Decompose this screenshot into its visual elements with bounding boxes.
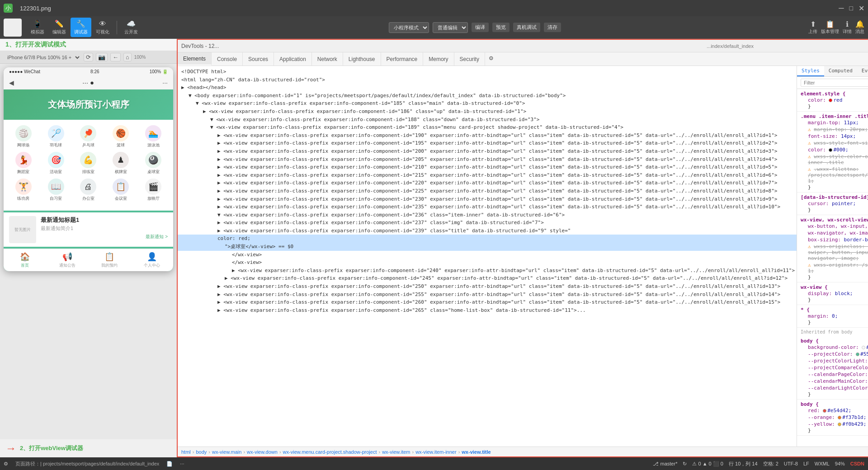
device-select[interactable]: iPhone 6/7/8 Plus 100% 16 + — [4, 54, 81, 61]
breadcrumb-wxmain[interactable]: wx-view.main — [212, 449, 241, 455]
html-line-27[interactable]: ▶ <wx-view exparser:info-class-prefix ex… — [178, 282, 797, 291]
breadcrumb-html[interactable]: html — [181, 449, 191, 455]
grid-item-10[interactable]: 🏋练功房 — [9, 179, 38, 202]
html-line-9[interactable]: ▶ <wx-view exparser:info-class-prefix ex… — [178, 139, 797, 147]
grid-item-11[interactable]: 📖自习室 — [42, 179, 71, 202]
styles-filter[interactable] — [801, 79, 868, 87]
html-line-26[interactable]: ▶ <wx-view exparser:info-class-prefix ex… — [178, 274, 797, 282]
html-line-8[interactable]: ▶ <wx-view exparser:info-class-prefix ex… — [178, 132, 797, 140]
window-close[interactable]: ✕ — [859, 4, 864, 13]
html-line-30[interactable]: ▶ <wx-view exparser:info-class-prefix ex… — [178, 306, 797, 315]
html-line-20[interactable]: ▶ <wx-view exparser:info-class-prefix ex… — [178, 227, 797, 235]
tab-performance[interactable]: Performance — [381, 52, 424, 66]
window-minimize[interactable]: ─ — [839, 4, 844, 12]
file-indicator[interactable]: 📄 — [166, 461, 173, 467]
tab-lighthouse[interactable]: Lighthouse — [343, 52, 381, 66]
upload-button[interactable]: ⬆ 上传 — [808, 20, 817, 35]
html-line-10[interactable]: ▶ <wx-view exparser:info-class-prefix ex… — [178, 147, 797, 155]
screenshot-button[interactable]: 📷 — [96, 53, 108, 61]
html-line-12[interactable]: ▶ <wx-view exparser:info-class-prefix ex… — [178, 163, 797, 171]
html-line-6[interactable]: ▼ <wx-view exparser:info-class-prefix ex… — [178, 116, 797, 124]
color-swatch-black[interactable] — [829, 148, 832, 152]
breadcrumb-wxmenu[interactable]: wx-view.menu.card-project.shadow-project — [283, 449, 377, 455]
visualize-button[interactable]: 👁 可视化 — [92, 18, 113, 37]
tab-elements[interactable]: Elements — [178, 52, 212, 66]
mode-select[interactable]: 小程序模式 — [389, 22, 429, 33]
message-button[interactable]: 🔔 消息 — [855, 20, 864, 35]
grid-item-4[interactable]: 🏊游泳池 — [139, 125, 168, 148]
detail-button[interactable]: ℹ 详情 — [843, 20, 852, 35]
home-button[interactable]: ⌂ — [123, 53, 132, 61]
html-line-1[interactable]: <html lang="zh-CN" data-ib-structured-id… — [178, 76, 797, 84]
tab-memory[interactable]: Memory — [423, 52, 454, 66]
orange-swatch[interactable] — [838, 416, 841, 419]
window-maximize[interactable]: □ — [849, 5, 853, 12]
grid-item-9[interactable]: 🎱桌球室 — [139, 152, 168, 175]
back-button[interactable]: ← — [110, 53, 121, 61]
breadcrumb-wxitem[interactable]: wx-view.item — [382, 449, 410, 455]
html-line-21[interactable]: color: red; — [178, 235, 797, 243]
grid-item-8[interactable]: ♟棋牌室 — [106, 152, 135, 175]
csdn-link[interactable]: CSDN — [850, 461, 864, 466]
html-line-2[interactable]: ▶ <head></head> — [178, 84, 797, 92]
breadcrumb-body[interactable]: body — [196, 449, 207, 455]
html-line-14[interactable]: ▶ <wx-view exparser:info-class-prefix ex… — [178, 179, 797, 187]
nav-item-3[interactable]: 👤个人中心 — [131, 249, 173, 271]
settings-icon[interactable]: ⚙ — [4, 461, 8, 467]
styles-tab-computed[interactable]: Computed — [824, 66, 857, 76]
html-line-22[interactable]: ">桌球室</wx-view> == $0 — [178, 243, 797, 251]
grid-item-5[interactable]: 💃舞蹈室 — [9, 152, 38, 175]
rotate-button[interactable]: ⟳ — [84, 53, 93, 61]
preview-button[interactable]: 预览 — [492, 23, 509, 32]
grid-item-0[interactable]: 🏐网球场 — [9, 125, 38, 148]
html-line-19[interactable]: ▶ <wx-view exparser:info-class-prefix ex… — [178, 219, 797, 227]
notif-more[interactable]: 最新通知 > — [41, 234, 168, 240]
edit-select[interactable]: 普通编辑 — [433, 22, 468, 33]
grid-item-14[interactable]: 🎬放映厅 — [139, 179, 168, 202]
html-line-25[interactable]: ▶ <wx-view exparser:info-class-prefix ex… — [178, 267, 797, 275]
tab-security[interactable]: Security — [454, 52, 485, 66]
html-line-16[interactable]: ▶ <wx-view exparser:info-class-prefix ex… — [178, 195, 797, 203]
bg-color-swatch[interactable] — [862, 346, 865, 349]
red-swatch[interactable] — [823, 409, 826, 413]
html-line-23[interactable]: </wx-view> — [178, 251, 797, 259]
debug-button[interactable]: 🔧 调试器 — [71, 18, 91, 37]
editor-button[interactable]: ✏️ 编辑器 — [49, 18, 70, 37]
grid-item-13[interactable]: 📋会议室 — [106, 179, 135, 202]
grid-item-2[interactable]: 🏓乒乓球 — [74, 125, 103, 148]
grid-item-12[interactable]: 🖨办公室 — [74, 179, 103, 202]
save-button[interactable]: 清存 — [544, 23, 561, 32]
html-line-24[interactable]: </wx-view> — [178, 258, 797, 267]
version-button[interactable]: 📋 版本管理 — [821, 20, 839, 35]
tab-console[interactable]: Console — [212, 52, 243, 66]
tab-application[interactable]: Application — [274, 52, 312, 66]
nav-item-0[interactable]: 🏠首页 — [4, 249, 46, 271]
grid-item-6[interactable]: 🎯活动室 — [42, 152, 71, 175]
tab-sources[interactable]: Sources — [243, 52, 274, 66]
project-color-swatch[interactable] — [856, 352, 859, 356]
tab-network[interactable]: Network — [312, 52, 343, 66]
cloud-button[interactable]: ☁️ 云开发 — [121, 18, 142, 37]
nav-item-1[interactable]: 📢通知公告 — [46, 249, 89, 271]
styles-tab-event-listeners[interactable]: Event Listeners — [857, 66, 868, 76]
html-line-7[interactable]: ▼ <wx-view exparser:info-class-prefix ex… — [178, 123, 797, 132]
grid-item-7[interactable]: 💪排练室 — [74, 152, 103, 175]
grid-item-1[interactable]: 🏸羽毛球 — [42, 125, 71, 148]
html-line-0[interactable]: <!DOCTYPE html> — [178, 68, 797, 76]
html-line-5[interactable]: ▶ <wx-view exparser:info-class-prefix ex… — [178, 108, 797, 116]
html-line-28[interactable]: ▶ <wx-view exparser:info-class-prefix ex… — [178, 291, 797, 299]
html-line-18[interactable]: ▼ <wx-view exparser:info-class-prefix ex… — [178, 211, 797, 219]
yellow-swatch[interactable] — [838, 423, 841, 426]
html-line-13[interactable]: ▶ <wx-view exparser:info-class-prefix ex… — [178, 171, 797, 179]
html-line-4[interactable]: ▼ <wx-view exparser:info-class-prefix ex… — [178, 99, 797, 108]
wechat-back[interactable]: ◀ — [9, 79, 14, 86]
grid-item-3[interactable]: 🏀篮球 — [106, 125, 135, 148]
more-options[interactable]: ··· — [180, 461, 184, 466]
breadcrumb-wxiteminner[interactable]: wx-view.item-inner — [415, 449, 456, 455]
breadcrumb-wxdown[interactable]: wx-view.down — [247, 449, 278, 455]
styles-tab-styles[interactable]: Styles — [797, 66, 824, 76]
color-swatch[interactable] — [829, 99, 832, 102]
html-line-29[interactable]: ▶ <wx-view exparser:info-class-prefix ex… — [178, 298, 797, 306]
nav-item-2[interactable]: 📋我的预约 — [89, 249, 131, 271]
compile-button[interactable]: 编译 — [472, 23, 489, 32]
